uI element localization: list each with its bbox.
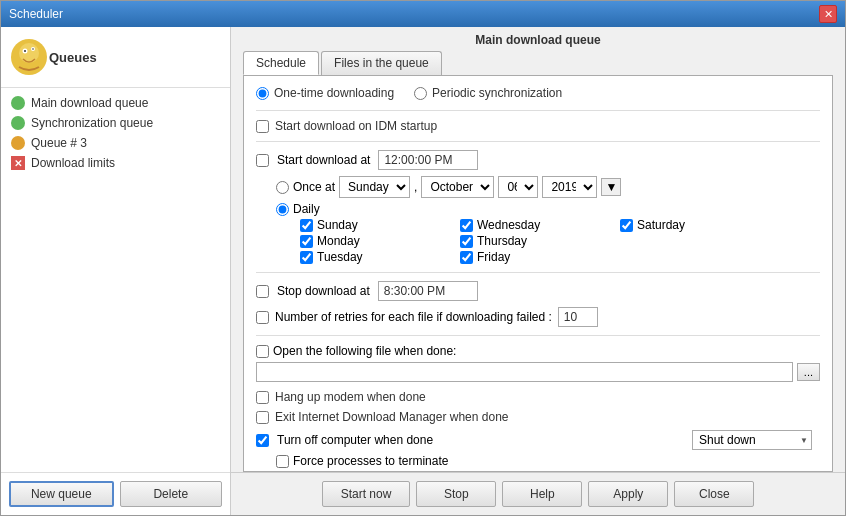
queue-item-3[interactable]: Queue # 3 — [1, 133, 230, 153]
queues-label: Queues — [49, 50, 97, 65]
delete-button[interactable]: Delete — [120, 481, 223, 507]
date-num-select[interactable]: 06 — [498, 176, 538, 198]
stop-download-label[interactable]: Stop download at — [277, 284, 370, 298]
friday-label[interactable]: Friday — [477, 250, 510, 264]
queue-item-main[interactable]: Main download queue — [1, 93, 230, 113]
stop-time-input[interactable] — [378, 281, 478, 301]
monday-check-row: Monday — [300, 234, 450, 248]
open-file-checkbox[interactable] — [256, 345, 269, 358]
sunday-checkbox[interactable] — [300, 219, 313, 232]
exit-idm-label[interactable]: Exit Internet Download Manager when done — [275, 410, 508, 424]
file-path-input[interactable] — [256, 362, 793, 382]
tab-schedule[interactable]: Schedule — [243, 51, 319, 75]
periodic-label[interactable]: Periodic synchronization — [432, 86, 562, 100]
wednesday-checkbox[interactable] — [460, 219, 473, 232]
scheduler-window: Scheduler ✕ Queues — [0, 0, 846, 516]
date-comma: , — [414, 180, 417, 194]
file-input-row: ... — [256, 362, 820, 382]
tabs-bar: Schedule Files in the queue — [231, 47, 845, 75]
shutdown-option-select[interactable]: Shut down Hibernate Sleep Log off — [692, 430, 812, 450]
wednesday-check-row: Wednesday — [460, 218, 610, 232]
tuesday-checkbox[interactable] — [300, 251, 313, 264]
browse-button[interactable]: ... — [797, 363, 820, 381]
queue-item-limits[interactable]: ✕ Download limits — [1, 153, 230, 173]
svg-point-5 — [32, 48, 34, 50]
retries-row: Number of retries for each file if downl… — [256, 307, 820, 327]
force-terminate-label[interactable]: Force processes to terminate — [293, 454, 448, 468]
new-queue-button[interactable]: New queue — [9, 481, 114, 507]
daily-label[interactable]: Daily — [293, 202, 320, 216]
sep1 — [256, 110, 820, 111]
start-download-time-row: Start download at — [256, 150, 820, 170]
startup-label[interactable]: Start download on IDM startup — [275, 119, 437, 133]
queue-dot-sync — [11, 116, 25, 130]
window-body: Queues Main download queue Synchronizati… — [1, 27, 845, 515]
stop-download-checkbox[interactable] — [256, 285, 269, 298]
force-terminate-checkbox[interactable] — [276, 455, 289, 468]
periodic-radio[interactable] — [414, 87, 427, 100]
shutdown-select-wrapper: Shut down Hibernate Sleep Log off — [692, 430, 812, 450]
start-time-input[interactable] — [378, 150, 478, 170]
saturday-label[interactable]: Saturday — [637, 218, 685, 232]
year-select[interactable]: 2019 — [542, 176, 597, 198]
queue-label-main: Main download queue — [31, 96, 148, 110]
daily-section: Daily Sunday Wednesday — [256, 202, 820, 264]
hangup-row: Hang up modem when done — [256, 390, 820, 404]
daily-radio-row: Daily — [276, 202, 820, 216]
friday-checkbox[interactable] — [460, 251, 473, 264]
turnoff-checkbox[interactable] — [256, 434, 269, 447]
open-file-label[interactable]: Open the following file when done: — [273, 344, 456, 358]
turnoff-label[interactable]: Turn off computer when done — [277, 433, 433, 447]
queue-label-sync: Synchronization queue — [31, 116, 153, 130]
sep2 — [256, 141, 820, 142]
queue-list: Main download queue Synchronization queu… — [1, 88, 230, 472]
wednesday-label[interactable]: Wednesday — [477, 218, 540, 232]
apply-button[interactable]: Apply — [588, 481, 668, 507]
retries-label[interactable]: Number of retries for each file if downl… — [275, 310, 552, 324]
days-grid: Sunday Wednesday Saturday — [276, 218, 820, 264]
retries-checkbox[interactable] — [256, 311, 269, 324]
left-panel-footer: New queue Delete — [1, 472, 230, 515]
start-now-button[interactable]: Start now — [322, 481, 411, 507]
close-dialog-button[interactable]: Close — [674, 481, 754, 507]
queue-dot-3 — [11, 136, 25, 150]
calendar-icon[interactable]: ▼ — [601, 178, 621, 196]
monday-checkbox[interactable] — [300, 235, 313, 248]
thursday-label[interactable]: Thursday — [477, 234, 527, 248]
month-select[interactable]: October — [421, 176, 494, 198]
one-time-radio[interactable] — [256, 87, 269, 100]
shutdown-row: Turn off computer when done Shut down Hi… — [256, 430, 820, 450]
startup-checkbox[interactable] — [256, 120, 269, 133]
daily-radio[interactable] — [276, 203, 289, 216]
startup-check-row: Start download on IDM startup — [256, 119, 820, 133]
stop-button[interactable]: Stop — [416, 481, 496, 507]
hangup-label[interactable]: Hang up modem when done — [275, 390, 426, 404]
tab-content-schedule: One-time downloading Periodic synchroniz… — [243, 75, 833, 472]
one-time-label[interactable]: One-time downloading — [274, 86, 394, 100]
start-download-checkbox[interactable] — [256, 154, 269, 167]
sunday-label[interactable]: Sunday — [317, 218, 358, 232]
once-at-row: Once at Sunday , October 06 2019 ▼ — [256, 176, 820, 198]
title-bar: Scheduler ✕ — [1, 1, 845, 27]
monday-label[interactable]: Monday — [317, 234, 360, 248]
force-terminate-row: Force processes to terminate — [256, 454, 820, 468]
start-download-label[interactable]: Start download at — [277, 153, 370, 167]
idm-icon — [9, 37, 49, 77]
once-at-label[interactable]: Once at — [293, 180, 335, 194]
tuesday-check-row: Tuesday — [300, 250, 450, 264]
retries-input[interactable] — [558, 307, 598, 327]
tab-files-in-queue[interactable]: Files in the queue — [321, 51, 442, 75]
queue-header-area: Queues — [1, 27, 230, 88]
window-title: Scheduler — [9, 7, 63, 21]
hangup-checkbox[interactable] — [256, 391, 269, 404]
saturday-checkbox[interactable] — [620, 219, 633, 232]
day-select[interactable]: Sunday — [339, 176, 410, 198]
help-button[interactable]: Help — [502, 481, 582, 507]
tuesday-label[interactable]: Tuesday — [317, 250, 363, 264]
thursday-checkbox[interactable] — [460, 235, 473, 248]
exit-idm-checkbox[interactable] — [256, 411, 269, 424]
queue-item-sync[interactable]: Synchronization queue — [1, 113, 230, 133]
close-button[interactable]: ✕ — [819, 5, 837, 23]
once-at-radio[interactable] — [276, 181, 289, 194]
svg-point-1 — [19, 43, 39, 63]
